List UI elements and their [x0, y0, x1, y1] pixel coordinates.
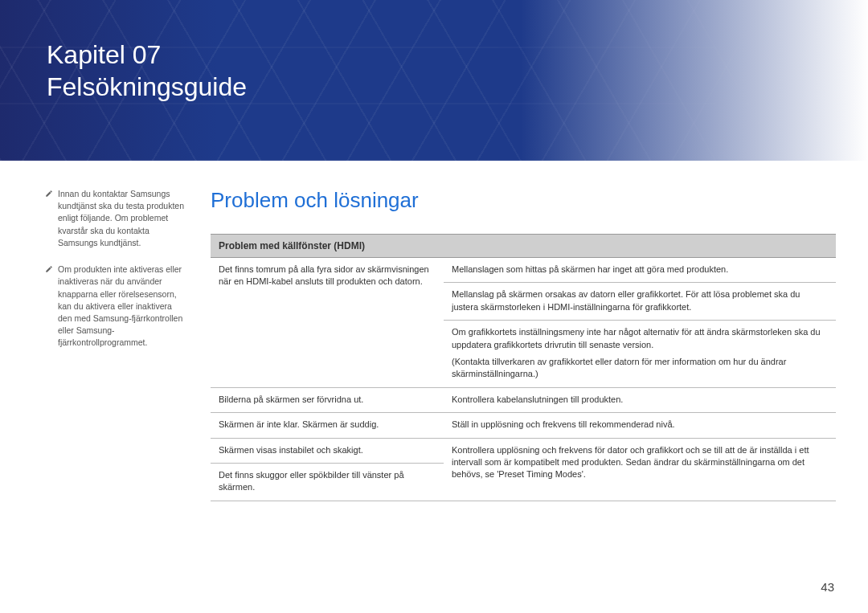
problem-cell: Det finns tomrum på alla fyra sidor av s… [211, 258, 444, 388]
solution-cell: Mellanslagen som hittas på skärmen har i… [444, 258, 836, 283]
page-number: 43 [821, 580, 834, 594]
sidebar-note: Innan du kontaktar Samsungs kundtjänst s… [45, 188, 188, 249]
problem-cell: Skärmen visas instabilet och skakigt. [211, 438, 444, 463]
problem-cell: Det finns skuggor eller spökbilder till … [211, 463, 444, 501]
chapter-title: Kapitel 07 Felsökningsguide [47, 39, 821, 103]
solution-cell: Mellanslag på skärmen orsakas av datorn … [444, 283, 836, 321]
sidebar-notes: Innan du kontaktar Samsungs kundtjänst s… [45, 188, 188, 501]
sidebar-note-text: Innan du kontaktar Samsungs kundtjänst s… [58, 188, 188, 249]
table-row: Det finns tomrum på alla fyra sidor av s… [211, 258, 836, 283]
chapter-number: Kapitel 07 [47, 40, 161, 69]
problem-cell: Bilderna på skärmen ser förvridna ut. [211, 387, 444, 412]
sidebar-note-text: Om produkten inte aktiveras eller inakti… [58, 264, 188, 349]
table-row: Bilderna på skärmen ser förvridna ut. Ko… [211, 387, 836, 412]
solution-text: (Kontakta tillverkaren av grafikkortet e… [452, 356, 828, 381]
solution-text: Om grafikkortets inställningsmeny inte h… [452, 326, 828, 351]
table-row: Skärmen är inte klar. Skärmen är suddig.… [211, 413, 836, 438]
table-header: Problem med källfönster (HDMI) [211, 235, 836, 258]
pencil-icon [45, 189, 53, 249]
pencil-icon [45, 264, 53, 349]
problem-cell: Skärmen är inte klar. Skärmen är suddig. [211, 413, 444, 438]
chapter-name: Felsökningsguide [47, 72, 247, 101]
section-title: Problem och lösningar [211, 188, 836, 213]
solution-cell: Ställ in upplösning och frekvens till re… [444, 413, 836, 438]
troubleshooting-table: Problem med källfönster (HDMI) Det finns… [211, 234, 836, 501]
chapter-banner: Kapitel 07 Felsökningsguide [0, 0, 868, 161]
main-content: Problem och lösningar Problem med källfö… [211, 188, 836, 501]
solution-cell: Kontrollera kabelanslutningen till produ… [444, 387, 836, 412]
sidebar-note: Om produkten inte aktiveras eller inakti… [45, 264, 188, 349]
solution-cell: Kontrollera upplösning och frekvens för … [444, 438, 836, 501]
table-row: Skärmen visas instabilet och skakigt. Ko… [211, 438, 836, 463]
solution-cell: Om grafikkortets inställningsmeny inte h… [444, 321, 836, 388]
